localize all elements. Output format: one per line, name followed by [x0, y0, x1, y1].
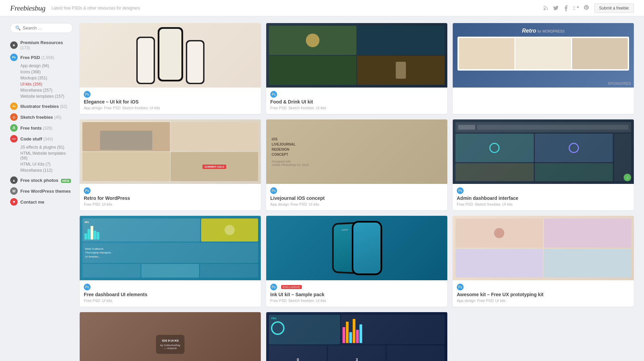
author-ps-icon5: Ps: [457, 187, 464, 194]
card-admin[interactable]: ↓ Ps Admin dashboard interface Free PSDS…: [453, 119, 634, 210]
pinterest-icon[interactable]: [583, 5, 589, 11]
card-freedash-tags: Free PSDUI kits: [84, 299, 257, 303]
freepsd-label: Free PSD (1,558): [20, 55, 54, 60]
sub-appdesign[interactable]: App design (94): [20, 63, 73, 69]
card-ink[interactable]: Ps EXCLUSIVE Ink UI kit – Sample pack Fr…: [266, 216, 447, 307]
sidebar-item-sketch[interactable]: ◇ Sketch freebies (45): [10, 112, 73, 122]
author-ps-icon4: Ps: [270, 187, 277, 194]
photos-label: Free stock photos NEW: [20, 178, 71, 183]
sub-html-uikits[interactable]: HTML UI Kits (7): [20, 161, 73, 167]
code-label: Code stuff (340): [20, 136, 53, 141]
header: Freebiesbug Latest free PSDs & other res…: [0, 0, 644, 16]
premium-icon: ★: [10, 41, 18, 49]
cards-grid: Ps Elegance – UI kit for iOS App designF…: [80, 23, 634, 361]
card-retro[interactable]: Retro for WORDPRESS SPONSORED: [453, 23, 634, 114]
fonts-icon: A: [10, 124, 18, 132]
card-food-author: Ps: [270, 91, 443, 98]
photos-icon: ▲: [10, 176, 18, 184]
card-elegance-body: Ps Elegance – UI kit for iOS App designF…: [80, 88, 261, 114]
sidebar-item-photos[interactable]: ▲ Free stock photos NEW: [10, 175, 73, 186]
card-ink-image: [266, 216, 447, 280]
search-box[interactable]: 🔍: [10, 23, 73, 33]
download-icon[interactable]: ↓: [624, 174, 631, 181]
twitter-icon[interactable]: [553, 5, 559, 11]
code-sub-items: JS effects & plugins (91) HTML Website t…: [10, 144, 73, 173]
card-ios9[interactable]: iOS 9 UI Kit by CollectiveRay — Anbordi: [80, 312, 261, 361]
card-ink-author: Ps EXCLUSIVE: [270, 284, 443, 290]
wordpress-label: Free WordPress themes: [20, 189, 71, 194]
card-elegance[interactable]: Ps Elegance – UI kit for iOS App designF…: [80, 23, 261, 114]
sub-uikits[interactable]: UI kits (156): [20, 81, 73, 87]
card-food-title: Food & Drink UI kit: [270, 99, 443, 104]
sub-html-templates[interactable]: HTML Website templates (56): [20, 150, 73, 161]
site-logo[interactable]: Freebiesbug: [10, 4, 45, 13]
card-awesome-author: Ps: [457, 284, 630, 290]
illustrator-label: Illustrator freebies (62): [20, 104, 67, 109]
submit-freebie-button[interactable]: Submit a freebie: [594, 3, 634, 13]
new-badge: NEW: [61, 179, 71, 183]
card-analytics-image: 75%: [266, 312, 447, 361]
card-ecommerce-title: Retro for WordPress: [84, 195, 257, 201]
search-input[interactable]: [23, 25, 68, 31]
main-content: Ps Elegance – UI kit for iOS App designF…: [80, 23, 634, 361]
card-freedash-image: 381: [80, 216, 261, 280]
card-livejournal-body: Ps Livejournal iOS concept App designFre…: [266, 184, 447, 210]
card-awesome-title: Awesome kit – Free UX prototyping kit: [457, 292, 630, 297]
main-layout: 🔍 ★ Premium Resources (173) Ps Free PSD …: [0, 16, 644, 361]
sub-miscellanea[interactable]: Miscellanea (257): [20, 87, 73, 93]
card-ecommerce-tags: Free PSDUI kits: [84, 202, 257, 206]
card-food-tags: Free PSDSketch freebiesUI kits: [270, 106, 443, 110]
card-elegance-title: Elegance – UI kit for iOS: [84, 99, 257, 104]
card-awesome-body: Ps Awesome kit – Free UX prototyping kit…: [453, 280, 634, 307]
fonts-label: Free fonts (328): [20, 126, 52, 131]
google-plus-icon[interactable]: [573, 5, 579, 11]
sub-js[interactable]: JS effects & plugins (91): [20, 144, 73, 150]
card-freedash-title: Free dashboard UI elements: [84, 292, 257, 297]
sidebar-item-wordpress[interactable]: W Free WordPress themes: [10, 186, 73, 196]
search-icon: 🔍: [15, 25, 21, 31]
wordpress-icon: W: [10, 187, 18, 195]
card-livejournal-title: Livejournal iOS concept: [270, 195, 443, 201]
card-livejournal-tags: App designFree PSDUI kits: [270, 202, 443, 206]
sidebar-item-code[interactable]: </> Code stuff (340): [10, 133, 73, 144]
sidebar-item-illustrator[interactable]: Ai Illustrator freebies (62): [10, 101, 73, 112]
rss-icon[interactable]: [543, 5, 549, 11]
sidebar: 🔍 ★ Premium Resources (173) Ps Free PSD …: [10, 23, 73, 361]
illustrator-icon: Ai: [10, 102, 18, 110]
author-ps-icon7: Ps: [270, 284, 277, 290]
author-ps-icon2: Ps: [270, 91, 277, 98]
code-icon: </>: [10, 135, 18, 142]
card-livejournal[interactable]: iOSLIVEJOURNALREDESIGNCONCEPT Designed w…: [266, 119, 447, 210]
sidebar-item-freepsd[interactable]: Ps Free PSD (1,558): [10, 52, 73, 63]
author-ps-icon6: Ps: [84, 284, 91, 290]
premium-label: Premium Resources (173): [20, 40, 73, 50]
sub-website-templates[interactable]: Website templates (157): [20, 93, 73, 99]
card-food[interactable]: Ps Food & Drink UI kit Free PSDSketch fr…: [266, 23, 447, 114]
author-ps-icon3: Ps: [84, 187, 91, 194]
card-livejournal-author: Ps: [270, 187, 443, 194]
contact-label: Contact me: [20, 200, 44, 205]
facebook-icon[interactable]: [563, 5, 569, 11]
tagline: Latest free PSDs & other resources for d…: [52, 6, 543, 11]
sketch-icon: ◇: [10, 113, 18, 121]
card-analytics[interactable]: 75%: [266, 312, 447, 361]
sub-mockups[interactable]: Mockups (351): [20, 75, 73, 81]
card-freedash[interactable]: 381: [80, 216, 261, 307]
sponsored-label: SPONSORED: [608, 82, 631, 86]
author-ps-icon: Ps: [84, 91, 91, 98]
sidebar-item-fonts[interactable]: A Free fonts (328): [10, 122, 73, 133]
card-ecommerce[interactable]: SUMMER SALE Ps Retro for WordPress Free …: [80, 119, 261, 210]
card-ink-tags: Free PSDSketch freebiesUI kits: [270, 299, 443, 303]
sidebar-item-premium[interactable]: ★ Premium Resources (173): [10, 38, 73, 52]
card-admin-tags: Free PSDSketch freebiesUI kits: [457, 202, 630, 206]
sub-icons[interactable]: Icons (368): [20, 69, 73, 75]
card-ink-title: Ink UI kit – Sample pack: [270, 292, 443, 297]
card-food-image: [266, 23, 447, 88]
card-awesome[interactable]: Ps Awesome kit – Free UX prototyping kit…: [453, 216, 634, 307]
sub-code-misc[interactable]: Miscellanea (112): [20, 167, 73, 173]
card-admin-title: Admin dashboard interface: [457, 195, 630, 201]
card-awesome-tags: App designFree PSDUI kits: [457, 299, 630, 303]
sidebar-item-contact[interactable]: ♥ Contact me: [10, 196, 73, 207]
card-admin-body: Ps Admin dashboard interface Free PSDSke…: [453, 184, 634, 210]
card-awesome-image: [453, 216, 634, 280]
